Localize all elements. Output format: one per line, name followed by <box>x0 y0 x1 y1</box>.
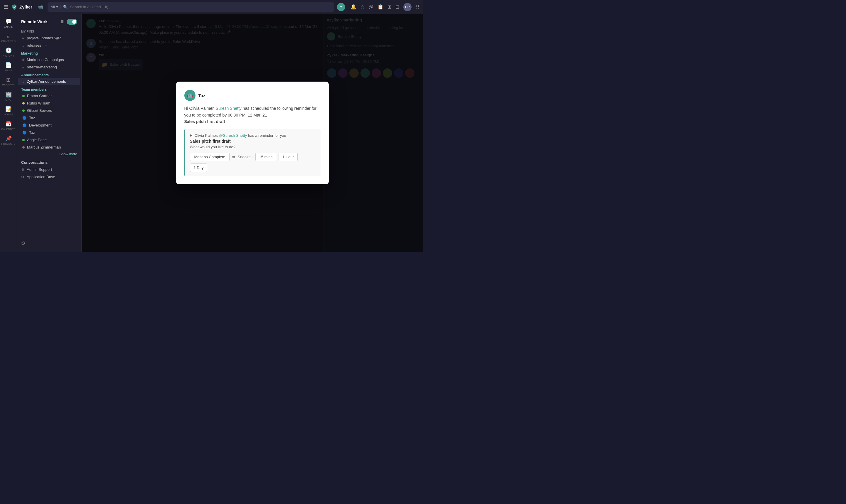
snooze-1day-button[interactable]: 1 Day <box>190 163 208 172</box>
org-icon: 🏢 <box>5 91 12 98</box>
main-layout: 💬 CHATS # CHANNELS 🕐 HISTORY 📄 FILES ⊞ W… <box>0 14 423 252</box>
modal-body: Hi Olivia Palmer, Suresh Shetty has sche… <box>184 105 321 125</box>
mention-icon[interactable]: @ <box>369 4 373 10</box>
camera-icon[interactable]: 📹 <box>38 4 43 10</box>
modal-header: 🤖 Taz <box>184 90 321 101</box>
snooze-15min-button[interactable]: 15 mins <box>255 152 276 161</box>
sidebar-item-notes[interactable]: 📝 NOTES <box>1 104 16 118</box>
search-icon: 🔍 <box>63 5 68 9</box>
search-bar[interactable]: All ▾ 🔍 <box>48 2 334 12</box>
hash-icon: # <box>22 57 24 62</box>
star-icon[interactable]: ☆ <box>360 4 364 10</box>
dm-gilbert[interactable]: Gilbert Bowers <box>18 107 80 114</box>
app-logo: Zylker <box>11 4 32 10</box>
conv-label: Admin Support <box>27 167 52 172</box>
show-more-button[interactable]: Show more <box>17 151 81 157</box>
widgets-icon: ⊞ <box>6 77 11 83</box>
menu-icon[interactable]: ☰ <box>3 4 8 10</box>
clipboard-icon[interactable]: 📋 <box>378 4 383 10</box>
widgets-label: WIDGETS <box>2 84 15 87</box>
modal-overlay: 🤖 Taz Hi Olivia Palmer, Suresh Shetty ha… <box>82 14 423 252</box>
calendar-icon: 📅 <box>5 121 12 127</box>
dm-angie[interactable]: Angie Page <box>18 136 80 144</box>
sidebar-item-files[interactable]: 📄 FILES <box>1 60 16 74</box>
card-question: What would you like to do? <box>190 145 316 149</box>
conv-admin-support[interactable]: ⚙ Admin Support <box>17 166 81 173</box>
toggle-switch[interactable] <box>67 19 77 25</box>
sidebar-item-chats[interactable]: 💬 CHATS <box>1 16 16 30</box>
notification-icon[interactable]: 🔔 <box>350 4 356 10</box>
search-scope[interactable]: All ▾ <box>51 5 60 9</box>
icon-sidebar: 💬 CHATS # CHANNELS 🕐 HISTORY 📄 FILES ⊞ W… <box>0 14 17 252</box>
mark-complete-button[interactable]: Mark as Complete <box>190 152 230 161</box>
status-indicator <box>22 146 25 148</box>
dm-emma[interactable]: Emma Cartner <box>18 92 80 100</box>
chats-label: CHATS <box>4 25 13 28</box>
settings-button[interactable]: ⚙ <box>17 238 81 248</box>
snooze-1hour-button[interactable]: 1 Hour <box>278 152 298 161</box>
bot-icon: 🔵 <box>22 116 27 120</box>
sidebar-item-calendar[interactable]: 📅 CALENDER <box>1 119 16 132</box>
pin-project-updates[interactable]: # project-updates :@Z... <box>18 34 80 42</box>
status-indicator <box>22 102 25 105</box>
dm-taz[interactable]: 🔵 Taz <box>18 129 80 136</box>
member-name: Angie Page <box>27 138 47 142</box>
conv-application-base[interactable]: ⚙ Application Base <box>17 173 81 181</box>
gear-icon: ⚙ <box>21 241 25 246</box>
bot-icon: 🔵 <box>22 131 27 135</box>
member-name: Marcus Zimmerman <box>27 145 61 149</box>
hash-icon: # <box>22 79 24 84</box>
category-team-members: Team members <box>17 85 81 92</box>
status-indicator <box>22 139 25 141</box>
status-indicator <box>22 95 25 97</box>
avatar[interactable]: OP <box>403 3 412 11</box>
task-title: Sales pitch first draft <box>184 119 225 124</box>
sidebar-item-widgets[interactable]: ⊞ WIDGETS <box>1 75 16 88</box>
category-announcements: Announcements <box>17 71 81 78</box>
grid-icon[interactable]: ⊞ <box>388 4 391 10</box>
channels-icon: # <box>7 33 10 39</box>
topbar: ☰ Zylker 📹 All ▾ 🔍 + 🔔 ☆ @ 📋 ⊞ ⊟ OP ⠿ <box>0 0 423 14</box>
member-name: Taz <box>29 130 35 135</box>
conv-label: Application Base <box>27 175 55 179</box>
hash-icon: # <box>22 65 24 69</box>
pin-releases[interactable]: # releases ♡ <box>18 42 80 49</box>
sidebar-item-projects[interactable]: 📌 PROJECTS <box>1 133 16 147</box>
projects-label: PROJECTS <box>1 142 16 145</box>
bot-icon: 🔵 <box>22 123 27 127</box>
conv-icon: ⚙ <box>21 175 24 179</box>
hash-icon: # <box>22 43 24 48</box>
apps-icon[interactable]: ⠿ <box>416 4 419 10</box>
files-label: FILES <box>5 69 12 72</box>
workspace-name: Remote Work <box>21 19 48 24</box>
or-label: or <box>232 155 235 159</box>
sidebar-item-org[interactable]: 🏢 ORG <box>1 90 16 103</box>
history-label: HISTORY <box>3 54 14 57</box>
channel-zylker-announcements[interactable]: # Zylker-Announcements <box>18 78 80 85</box>
intro-text: Hi Olivia Palmer, <box>184 106 215 111</box>
add-button[interactable]: + <box>337 3 345 11</box>
reminder-card: Hi Olivia Palmer, @Suresh Shetty has a r… <box>184 129 321 176</box>
search-input[interactable] <box>70 5 331 9</box>
calendar-label: CALENDER <box>1 128 16 131</box>
snooze-label: Snooze - <box>238 155 253 159</box>
my-pins-title: My Pins <box>17 27 81 34</box>
history-icon: 🕐 <box>5 47 12 54</box>
dm-product-discussion[interactable]: 🔵 Taz <box>18 114 80 122</box>
member-name: Taz <box>29 116 35 120</box>
dm-development[interactable]: 🔵 Development <box>18 122 80 129</box>
channel-referral-marketing[interactable]: # referral-marketing <box>18 64 80 71</box>
card-task-title: Sales pitch first draft <box>190 139 316 144</box>
modal-actions: Mark as Complete or Snooze - 15 mins 1 H… <box>190 152 316 172</box>
member-name: Gilbert Bowers <box>27 108 52 113</box>
sidebar-item-history[interactable]: 🕐 HISTORY <box>1 46 16 59</box>
category-marketing: Marketing <box>17 49 81 56</box>
channel-label: Marketing Campaigns <box>27 57 64 62</box>
workspace-header: Remote Work 🖥 <box>17 18 81 27</box>
dm-rufus[interactable]: Rufus William <box>18 100 80 107</box>
layout-icon[interactable]: ⊟ <box>395 4 399 10</box>
sidebar-item-channels[interactable]: # CHANNELS <box>1 31 16 44</box>
dm-marcus[interactable]: Marcus Zimmerman <box>18 144 80 151</box>
chevron-down-icon: ▾ <box>56 5 58 9</box>
channel-marketing-campaigns[interactable]: # Marketing Campaigns <box>18 56 80 64</box>
